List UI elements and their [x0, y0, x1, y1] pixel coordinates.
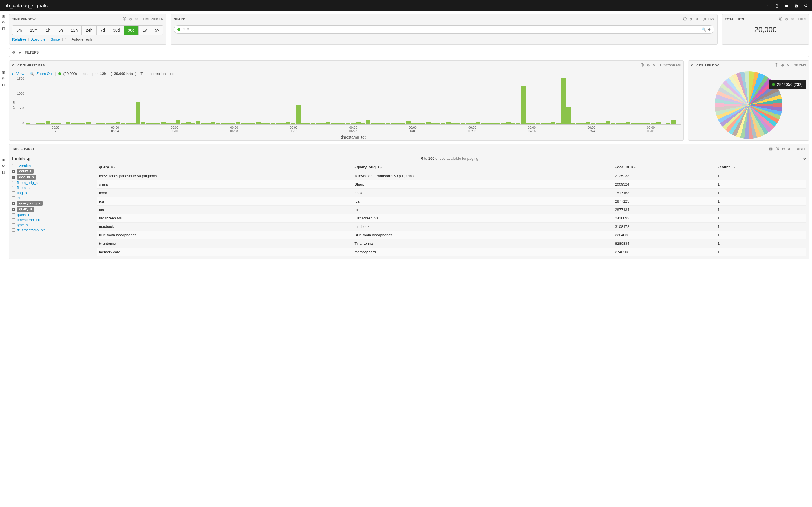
bar[interactable]: [576, 123, 580, 124]
bar[interactable]: [546, 122, 551, 124]
bar[interactable]: [136, 102, 141, 124]
close-icon[interactable]: ✕: [653, 63, 656, 67]
bar[interactable]: [221, 123, 225, 124]
field-item-tz_timestamp_txt[interactable]: tz_timestamp_txt: [12, 228, 91, 232]
absolute-link[interactable]: Absolute: [31, 37, 46, 41]
bar[interactable]: [91, 124, 96, 124]
export-icon[interactable]: [769, 147, 773, 151]
field-item-query_t[interactable]: query_t: [12, 213, 91, 217]
gear-icon[interactable]: ⚙: [2, 164, 6, 168]
bar[interactable]: [621, 123, 626, 124]
col-query_orig_s[interactable]: ◂ query_orig_s ▸: [352, 163, 613, 172]
bar[interactable]: [581, 122, 586, 124]
field-item-_version_[interactable]: _version_: [12, 164, 91, 168]
checkbox-icon[interactable]: [12, 202, 15, 205]
bar[interactable]: [146, 122, 151, 124]
bar[interactable]: [201, 123, 206, 124]
bar[interactable]: [366, 120, 370, 124]
bar[interactable]: [121, 123, 125, 124]
field-item-count_i[interactable]: count_i: [12, 169, 91, 174]
field-item-id[interactable]: id: [12, 196, 91, 200]
bar[interactable]: [166, 123, 170, 124]
bar[interactable]: [131, 123, 136, 124]
bar[interactable]: [476, 122, 481, 124]
query-color-dot[interactable]: [177, 28, 180, 31]
field-link[interactable]: timestamp_tdt: [17, 218, 40, 222]
gear-icon[interactable]: ⚙: [781, 63, 784, 67]
bar[interactable]: [521, 86, 525, 124]
bar[interactable]: [536, 123, 541, 124]
bar[interactable]: [116, 122, 121, 124]
field-badge[interactable]: count_i: [17, 169, 34, 174]
bar[interactable]: [351, 122, 356, 124]
bar[interactable]: [486, 122, 491, 124]
bar[interactable]: [31, 124, 36, 124]
bar[interactable]: [541, 123, 546, 124]
field-link[interactable]: tz_timestamp_txt: [17, 228, 45, 232]
home-icon[interactable]: ⌂: [767, 3, 769, 8]
bar[interactable]: [526, 123, 530, 124]
time-btn-15m[interactable]: 15m: [26, 25, 42, 35]
field-link[interactable]: type_s: [17, 223, 28, 227]
field-link[interactable]: query_t: [17, 213, 29, 217]
close-icon[interactable]: ✕: [788, 147, 791, 151]
add-panel-icon[interactable]: ◧: [2, 170, 6, 175]
series-dot[interactable]: [58, 72, 61, 75]
table-row[interactable]: nooknook15171631: [97, 189, 806, 197]
checkbox-icon[interactable]: [12, 191, 15, 194]
bar[interactable]: [491, 123, 496, 124]
add-query-icon[interactable]: ✚: [708, 27, 711, 32]
info-icon[interactable]: ⓘ: [775, 63, 778, 68]
bar[interactable]: [326, 122, 331, 124]
bar[interactable]: [441, 123, 446, 124]
bar[interactable]: [236, 122, 241, 124]
gear-icon[interactable]: ⚙: [2, 20, 6, 25]
table-row[interactable]: sharpSharp20093241: [97, 180, 806, 189]
bar[interactable]: [171, 122, 175, 124]
bar[interactable]: [381, 123, 386, 124]
time-btn-1h[interactable]: 1h: [42, 25, 55, 35]
bar[interactable]: [161, 122, 165, 124]
time-btn-5y[interactable]: 5y: [151, 25, 163, 35]
bar[interactable]: [306, 122, 311, 124]
bar[interactable]: [456, 122, 461, 124]
field-link[interactable]: filters_s: [17, 186, 30, 190]
bar[interactable]: [591, 123, 596, 124]
close-icon[interactable]: ✕: [695, 17, 698, 21]
bar[interactable]: [156, 123, 161, 124]
bar[interactable]: [631, 123, 636, 124]
bar[interactable]: [601, 123, 606, 124]
bar[interactable]: [446, 122, 451, 124]
field-link[interactable]: _version_: [17, 164, 33, 168]
zoom-icon[interactable]: 🔍: [30, 71, 34, 76]
close-icon[interactable]: ✕: [787, 63, 790, 67]
bar[interactable]: [286, 122, 291, 124]
bar[interactable]: [96, 123, 101, 124]
bar[interactable]: [271, 123, 275, 124]
new-icon[interactable]: [775, 3, 779, 8]
bar[interactable]: [606, 121, 611, 124]
bar[interactable]: [556, 123, 560, 124]
bar[interactable]: [376, 123, 380, 124]
field-badge[interactable]: query_orig_s: [17, 201, 43, 206]
col-count_i[interactable]: ◂ count_i ▸: [715, 163, 806, 172]
histogram-chart[interactable]: count 150010005000 00:0005/1600:0005/240…: [12, 77, 680, 133]
chevron-left-icon[interactable]: ◀: [27, 157, 29, 161]
bar[interactable]: [231, 123, 236, 124]
table-row[interactable]: rcarca28771251: [97, 197, 806, 206]
bar[interactable]: [651, 122, 656, 124]
bar[interactable]: [196, 121, 200, 124]
bar[interactable]: [241, 123, 246, 124]
bar[interactable]: [331, 123, 336, 124]
bar[interactable]: [471, 122, 476, 124]
bar[interactable]: [26, 123, 31, 124]
bar[interactable]: [66, 122, 70, 124]
checkbox-icon[interactable]: [12, 223, 15, 226]
bar[interactable]: [336, 122, 341, 124]
bar[interactable]: [396, 123, 401, 124]
bar[interactable]: [676, 124, 680, 124]
bar[interactable]: [421, 123, 426, 124]
field-link[interactable]: id: [17, 196, 20, 200]
fields-heading[interactable]: Fields ◀: [12, 156, 91, 161]
search-icon[interactable]: 🔍: [702, 27, 706, 32]
